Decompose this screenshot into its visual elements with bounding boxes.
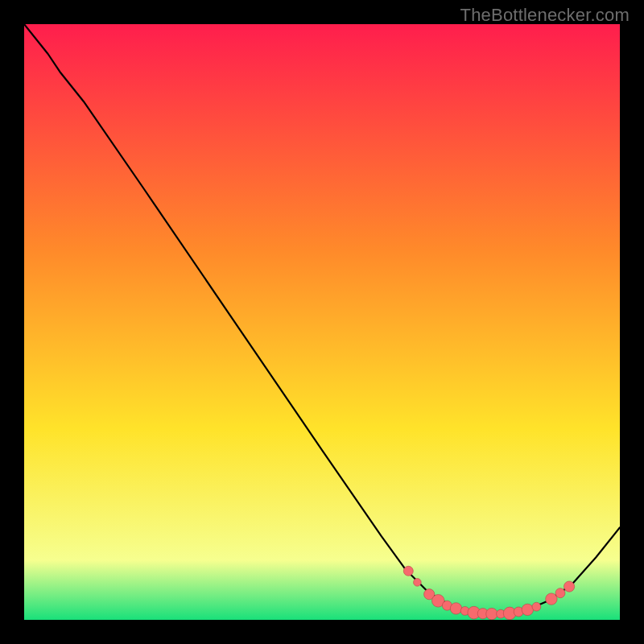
- bottleneck-chart: [24, 24, 620, 620]
- data-point: [564, 581, 575, 592]
- data-point: [546, 593, 557, 605]
- data-point: [532, 602, 541, 611]
- data-point: [555, 588, 565, 598]
- chart-frame: TheBottlenecker.com: [0, 0, 644, 644]
- data-point: [403, 566, 413, 576]
- plot-area: [24, 24, 620, 620]
- data-point: [522, 604, 533, 615]
- data-point: [486, 608, 497, 619]
- gradient-background: [24, 24, 620, 620]
- data-point: [450, 603, 461, 614]
- data-point: [414, 579, 422, 587]
- watermark-label: TheBottlenecker.com: [460, 5, 630, 26]
